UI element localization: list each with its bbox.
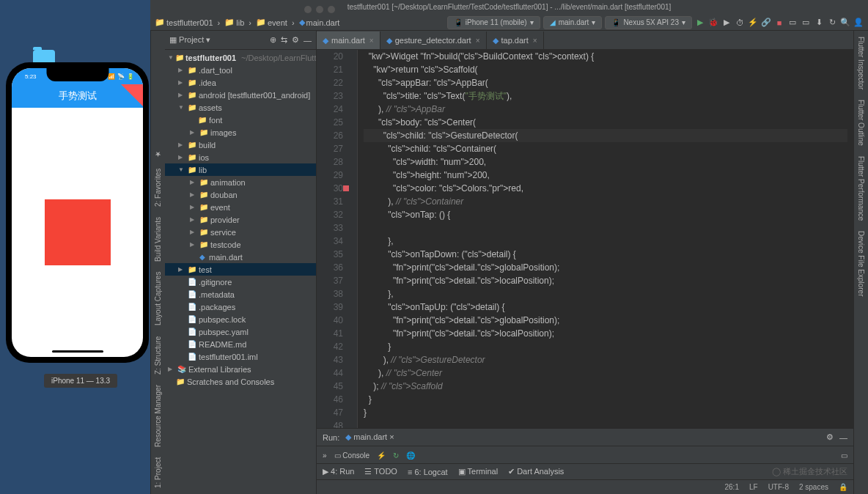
target-icon[interactable]: ⊕ [270,35,276,45]
gear-icon[interactable]: ⚙ [292,35,299,45]
tree-item[interactable]: ▶📁ios [165,151,316,163]
tab-gesture[interactable]: ◆gesture_detector.dart× [380,32,487,49]
gear-icon[interactable]: ⚙ [826,432,834,442]
rail-favorites[interactable]: 2: Favorites [154,169,162,207]
minimize-window-icon[interactable] [316,6,323,13]
avatar-icon[interactable]: 👤 [853,18,864,28]
collapse-icon[interactable]: ⇆ [281,35,287,45]
rail-layout-captures[interactable]: Layout Captures [154,272,162,325]
dart-analysis-tab[interactable]: ✔ Dart Analysis [508,467,564,476]
coverage-icon[interactable]: ▶ [721,18,732,28]
hot-reload-icon[interactable]: ⚡ [748,18,758,28]
sync-icon[interactable]: ↻ [827,18,837,28]
debug-icon[interactable]: 🐞 [708,18,718,28]
project-panel-header[interactable]: ▦ Project ▾ ⊕ ⇆ ⚙ — [165,31,316,50]
tree-item[interactable]: ▶📁images [165,126,316,139]
layout-icon[interactable]: ▭ [787,18,798,28]
tree-item[interactable]: 📄.packages [165,301,316,313]
rail-flutter-inspector[interactable]: Flutter Inspector [857,37,865,89]
tree-item[interactable]: ▶📚External Libraries [165,363,316,375]
tree-item[interactable]: ▶📁android [testflutter001_android] [165,89,316,101]
project-tree[interactable]: ▼📁testflutter001 ~/Desktop/LearnFlutter/… [165,50,316,494]
attach-icon[interactable]: 🔗 [761,18,771,28]
console-tab[interactable]: ▭ Console [334,451,369,460]
step-icon[interactable]: » [323,451,327,460]
tree-item[interactable]: 📁Scratches and Consoles [165,375,316,388]
tree-item[interactable]: ▼📁assets [165,101,316,114]
target-selector[interactable]: 📱Nexus 5X API 23 ▾ [605,16,692,29]
hot-reload-icon[interactable]: ⚡ [377,451,386,460]
tree-item[interactable]: ▶📁testcode [165,238,316,251]
tree-item[interactable]: ▶📁douban [165,188,316,201]
tab-main[interactable]: ◆main.dart× [317,32,380,49]
rail-build-variants[interactable]: Build Variants [154,217,162,262]
sdk-icon[interactable]: ⬇ [814,18,824,28]
close-tab-icon[interactable]: × [369,37,374,45]
tree-item[interactable]: 📁font [165,114,316,126]
tree-item[interactable]: ▶📁event [165,201,316,213]
rail-flutter-performance[interactable]: Flutter Performance [857,156,865,221]
close-icon[interactable]: × [389,432,394,441]
tree-item[interactable]: ▶📁service [165,226,316,238]
tab-tap[interactable]: ◆tap.dart× [487,32,544,49]
code-content[interactable]: "kw">Widget "fn">build("cls">BuildContex… [358,50,853,428]
tree-item[interactable]: 📄.metadata [165,288,316,301]
stop-icon[interactable]: ■ [774,18,784,28]
code-area[interactable]: 2021222324252627282930313233343536373839… [317,50,853,428]
run-label: Run: [323,433,339,442]
minimize-icon[interactable]: — [839,433,847,442]
tree-item[interactable]: 📄README.md [165,338,316,350]
terminal-tab[interactable]: ▣ Terminal [458,467,498,476]
tree-item[interactable]: ▶📁animation [165,176,316,188]
tree-item[interactable]: ▶📁.dart_tool [165,64,316,76]
run-tab[interactable]: ▶ 4: Run [323,467,354,476]
encoding[interactable]: UTF-8 [768,483,789,491]
maximize-window-icon[interactable] [328,6,335,13]
indent[interactable]: 2 spaces [799,483,828,491]
watermark-icon: ◯ 稀土掘金技术社区 [772,466,847,477]
tree-item[interactable]: ◆main.dart [165,251,316,263]
right-tool-rail[interactable]: Flutter Inspector Flutter Outline Flutte… [853,31,868,494]
tree-item[interactable]: ▶📁.idea [165,76,316,89]
tree-item[interactable]: ▶📁provider [165,213,316,226]
rail-resource-manager[interactable]: Resource Manager [154,385,162,447]
search-icon[interactable]: 🔍 [840,18,850,28]
tree-item[interactable]: 📄pubspec.yaml [165,325,316,338]
run-config[interactable]: ◆ main.dart × [345,432,394,442]
hot-restart-icon[interactable]: ↻ [393,451,399,460]
line-gutter[interactable]: 2021222324252627282930313233343536373839… [317,50,347,428]
close-tab-icon[interactable]: × [533,37,537,45]
rail-device-file-explorer[interactable]: Device File Explorer [857,231,865,296]
rail-project[interactable]: 1: Project [154,457,162,488]
layout-icon[interactable]: ▭ [841,451,847,460]
tree-root[interactable]: ▼📁testflutter001 ~/Desktop/LearnFlutter/ [165,51,316,64]
run-icon[interactable]: ▶ [695,18,705,28]
tree-item[interactable]: 📄testflutter001.iml [165,350,316,363]
star-icon[interactable]: ★ [154,150,162,158]
avd-icon[interactable]: ▭ [801,18,811,28]
fold-gutter[interactable] [347,50,358,428]
caret-position[interactable]: 26:1 [724,483,738,491]
profile-icon[interactable]: ⏱ [735,18,745,28]
todo-tab[interactable]: ☰ TODO [364,467,397,476]
project-dropdown[interactable]: ▦ Project ▾ [169,35,210,45]
tree-item[interactable]: 📄pubspec.lock [165,313,316,325]
left-tool-rail[interactable]: 1: Project Resource Manager Z: Structure… [150,31,165,494]
hide-icon[interactable]: — [304,36,312,45]
tree-item[interactable]: ▶📁build [165,139,316,151]
run-config-selector[interactable]: ◢main.dart ▾ [543,16,603,29]
close-tab-icon[interactable]: × [476,37,480,45]
tree-item-test[interactable]: ▶📁test [165,263,316,276]
open-devtools-icon[interactable]: 🌐 [406,451,415,460]
device-selector[interactable]: 📱iPhone 11 (mobile) ▾ [447,16,540,29]
rail-flutter-outline[interactable]: Flutter Outline [857,100,865,146]
close-window-icon[interactable] [304,6,312,13]
rail-structure[interactable]: Z: Structure [154,336,162,374]
red-square[interactable] [45,199,111,265]
tree-item[interactable]: 📄.gitignore [165,276,316,288]
tree-item-lib[interactable]: ▼📁lib [165,163,316,176]
line-sep[interactable]: LF [749,483,758,491]
app-body[interactable] [12,108,143,357]
lock-icon[interactable]: 🔒 [839,483,847,491]
logcat-tab[interactable]: ≡ 6: Logcat [408,468,448,476]
